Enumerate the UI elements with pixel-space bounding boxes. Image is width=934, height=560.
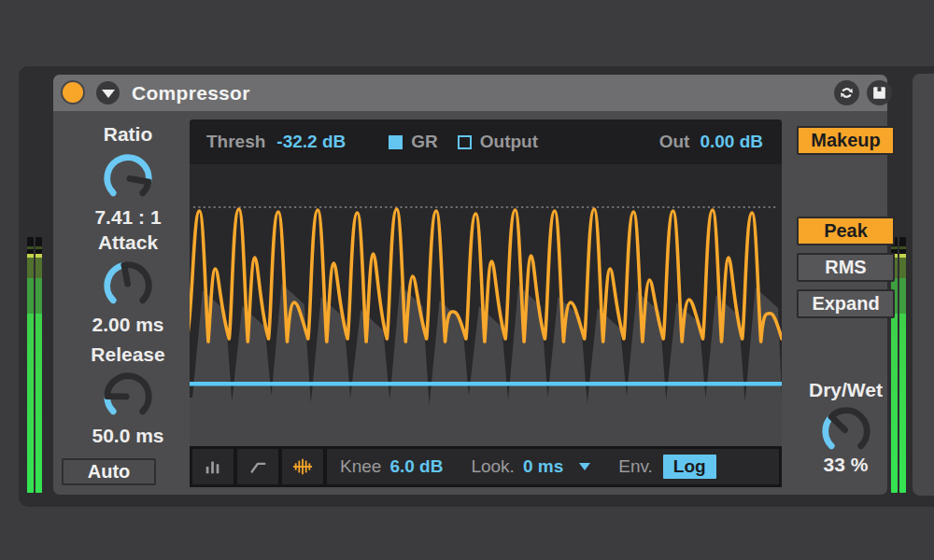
- display-toolbar: Knee 6.0 dB Look. 0 ms Env. Log: [190, 446, 782, 487]
- envelope-log-toggle[interactable]: Log: [663, 455, 716, 479]
- meter-bar: [35, 237, 42, 493]
- lookahead-dropdown-icon[interactable]: [579, 463, 590, 470]
- meter-bar: [27, 237, 34, 493]
- attack-value[interactable]: 2.00 ms: [53, 314, 203, 336]
- gr-label: GR: [411, 132, 438, 152]
- device-chain-panel: Compressor Ratio 7.41 : 1 Attack: [19, 66, 934, 507]
- release-label: Release: [53, 343, 203, 366]
- out-value[interactable]: 0.00 dB: [700, 132, 763, 152]
- attack-knob[interactable]: [99, 257, 157, 315]
- activity-view-button[interactable]: [192, 449, 234, 484]
- drywet-label: Dry/Wet: [797, 379, 895, 401]
- device-title: Compressor: [132, 75, 250, 111]
- output-label: Output: [480, 132, 538, 152]
- device-fold-button[interactable]: [96, 81, 120, 105]
- out-label: Out: [659, 132, 690, 152]
- makeup-button[interactable]: Makeup: [797, 126, 895, 155]
- signal-icon: [292, 456, 313, 477]
- device-activator-toggle[interactable]: [61, 80, 85, 105]
- attack-label: Attack: [53, 231, 203, 254]
- output-checkbox[interactable]: [458, 135, 472, 149]
- hot-swap-icon: [837, 83, 856, 103]
- gr-checkbox[interactable]: [389, 135, 403, 149]
- level-meter-left: [27, 237, 42, 493]
- transfer-curve-view-button[interactable]: [237, 449, 278, 484]
- chevron-down-icon: [101, 88, 116, 99]
- hot-swap-button[interactable]: [834, 80, 859, 105]
- activity-display: Thresh -32.2 dB GR Output Out 0.00 dB: [190, 119, 782, 487]
- save-icon: [870, 84, 888, 102]
- thresh-label: Thresh: [206, 132, 265, 152]
- toolbar-parameters: Knee 6.0 dB Look. 0 ms Env. Log: [327, 449, 779, 484]
- lookahead-label: Look.: [471, 456, 514, 477]
- release-value[interactable]: 50.0 ms: [53, 425, 203, 447]
- threshold-line: [190, 382, 782, 386]
- bars-icon: [204, 457, 222, 476]
- thresh-value[interactable]: -32.2 dB: [276, 132, 346, 152]
- drywet-value[interactable]: 33 %: [797, 454, 895, 476]
- mode-expand-button[interactable]: Expand: [797, 289, 895, 318]
- save-preset-button[interactable]: [867, 80, 892, 105]
- compressor-device: Compressor Ratio 7.41 : 1 Attack: [53, 75, 887, 495]
- auto-release-button[interactable]: Auto: [62, 458, 156, 485]
- next-device-stub: [913, 74, 934, 496]
- knee-value[interactable]: 6.0 dB: [389, 456, 443, 477]
- knee-curve-icon: [248, 457, 267, 476]
- ratio-label: Ratio: [53, 123, 203, 146]
- release-knob[interactable]: [99, 368, 157, 426]
- gain-reduction-view-button[interactable]: [282, 449, 323, 484]
- meter-bar: [899, 237, 906, 493]
- waveform-display: [190, 164, 782, 446]
- knee-label: Knee: [340, 456, 381, 477]
- drywet-knob[interactable]: [817, 402, 875, 460]
- envelope-label: Env.: [618, 456, 653, 477]
- ratio-value[interactable]: 7.41 : 1: [53, 206, 203, 229]
- ratio-knob[interactable]: [99, 149, 157, 207]
- device-titlebar: Compressor: [53, 75, 887, 111]
- lookahead-value[interactable]: 0 ms: [523, 456, 563, 477]
- mode-rms-button[interactable]: RMS: [797, 253, 895, 282]
- mode-peak-button[interactable]: Peak: [797, 217, 895, 245]
- display-header: Thresh -32.2 dB GR Output Out 0.00 dB: [190, 119, 782, 164]
